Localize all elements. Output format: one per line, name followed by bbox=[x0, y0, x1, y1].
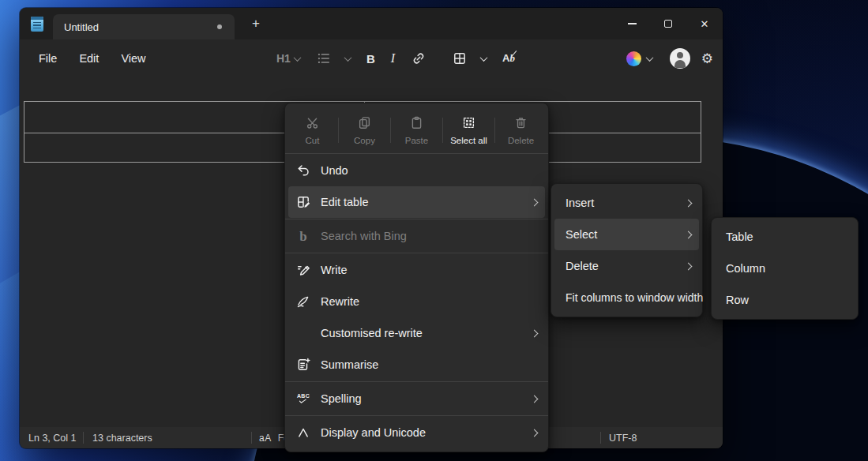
menu-item-summarise[interactable]: Summarise bbox=[288, 349, 545, 380]
minimize-icon bbox=[628, 23, 637, 24]
menu-separator bbox=[285, 153, 548, 154]
account-avatar[interactable] bbox=[670, 48, 690, 69]
chevron-right-icon bbox=[531, 429, 539, 437]
formatting-toolbar: H1 B I bbox=[271, 39, 520, 77]
chevron-down-icon bbox=[293, 54, 301, 62]
menu-edit[interactable]: Edit bbox=[68, 47, 110, 69]
clear-formatting-icon: Ab bbox=[502, 52, 515, 65]
clipboard-bar: Cut Copy Paste Select all Delete bbox=[285, 107, 548, 152]
list-style-dropdown[interactable] bbox=[310, 47, 356, 70]
menu-view[interactable]: View bbox=[110, 47, 156, 69]
delete-button[interactable]: Delete bbox=[495, 111, 547, 150]
edit-table-submenu: Insert Select Delete Fit columns to wind… bbox=[550, 183, 703, 317]
unsaved-indicator-dot bbox=[217, 24, 222, 29]
menu-separator bbox=[285, 253, 548, 253]
paste-button[interactable]: Paste bbox=[391, 111, 442, 150]
select-all-icon bbox=[462, 116, 475, 133]
character-count: 13 characters bbox=[92, 427, 152, 448]
clear-formatting-button[interactable]: Ab bbox=[497, 48, 520, 69]
settings-gear-icon[interactable]: ⚙ bbox=[701, 51, 713, 67]
paste-icon bbox=[410, 116, 423, 133]
bold-button[interactable]: B bbox=[361, 48, 381, 69]
close-button[interactable]: ✕ bbox=[686, 8, 723, 39]
maximize-button[interactable] bbox=[650, 8, 686, 39]
tab-title: Untitled bbox=[64, 21, 99, 33]
insert-table-dropdown[interactable] bbox=[446, 47, 492, 70]
copilot-dropdown[interactable] bbox=[620, 47, 659, 70]
menu-item-write[interactable]: Write bbox=[288, 254, 545, 286]
menu-item-rewrite[interactable]: Rewrite bbox=[288, 286, 545, 317]
chevron-down-icon bbox=[480, 54, 488, 62]
context-menu: Cut Copy Paste Select all Delete Undo Ed… bbox=[284, 103, 549, 452]
menu-bar: File Edit View H1 B I bbox=[20, 39, 723, 77]
menu-item-display-and-unicode[interactable]: Display and Unicode bbox=[288, 417, 545, 448]
submenu-item-fit-columns[interactable]: Fit columns to window width bbox=[554, 282, 699, 313]
chevron-down-icon bbox=[344, 54, 351, 62]
insert-link-button[interactable] bbox=[405, 47, 442, 70]
chevron-right-icon bbox=[531, 395, 539, 403]
menu-item-search-with-bing[interactable]: b Search with Bing bbox=[288, 220, 545, 252]
notepad-app-icon bbox=[31, 17, 43, 32]
chevron-right-icon bbox=[685, 199, 693, 207]
status-separator bbox=[251, 432, 252, 444]
heading-icon: H1 bbox=[276, 52, 291, 65]
menu-separator bbox=[285, 219, 548, 219]
bulleted-list-icon bbox=[316, 51, 332, 66]
font-size-icon: aA bbox=[259, 433, 272, 444]
cursor-position: Ln 3, Col 1 bbox=[28, 427, 76, 448]
spelling-abc-check-icon: ABC bbox=[295, 391, 311, 407]
new-tab-button[interactable]: + bbox=[242, 13, 269, 35]
caret-lambda-icon bbox=[295, 425, 311, 440]
copilot-icon bbox=[626, 51, 641, 66]
rewrite-pen-icon bbox=[295, 294, 311, 309]
chevron-right-icon bbox=[685, 262, 693, 270]
copy-icon bbox=[358, 116, 371, 133]
edit-table-icon bbox=[295, 194, 311, 210]
submenu-item-insert[interactable]: Insert bbox=[554, 187, 699, 219]
bold-icon: B bbox=[366, 52, 375, 66]
tab-strip: Untitled + ✕ bbox=[20, 8, 723, 39]
window-controls: ✕ bbox=[614, 8, 723, 39]
link-icon bbox=[411, 51, 426, 66]
cut-button[interactable]: Cut bbox=[287, 111, 338, 150]
summarise-icon bbox=[295, 357, 311, 373]
menu-separator bbox=[285, 415, 548, 416]
italic-icon: I bbox=[391, 51, 395, 66]
write-pencil-icon bbox=[295, 262, 311, 278]
toolbar-right-group: ⚙ bbox=[620, 39, 713, 77]
bing-icon: b bbox=[295, 228, 311, 244]
select-all-button[interactable]: Select all bbox=[443, 111, 494, 150]
submenu-item-row[interactable]: Row bbox=[715, 284, 855, 316]
submenu-item-select[interactable]: Select bbox=[554, 219, 699, 250]
trash-icon bbox=[514, 116, 528, 133]
chevron-right-icon bbox=[685, 230, 693, 238]
encoding-indicator[interactable]: UTF-8 bbox=[609, 427, 637, 448]
tab-untitled[interactable]: Untitled bbox=[53, 14, 235, 39]
status-separator bbox=[600, 432, 601, 444]
chevron-right-icon bbox=[531, 198, 539, 206]
maximize-icon bbox=[664, 20, 672, 28]
copy-button[interactable]: Copy bbox=[339, 111, 390, 150]
menu-item-edit-table[interactable]: Edit table bbox=[288, 186, 545, 218]
menu-item-customised-rewrite[interactable]: Customised re-write bbox=[288, 317, 545, 349]
menu-file[interactable]: File bbox=[28, 47, 68, 69]
scissors-icon bbox=[306, 116, 319, 133]
submenu-item-table[interactable]: Table bbox=[715, 221, 855, 253]
table-icon bbox=[452, 51, 468, 66]
menu-item-undo[interactable]: Undo bbox=[288, 155, 545, 186]
submenu-item-column[interactable]: Column bbox=[715, 253, 855, 284]
undo-icon bbox=[295, 163, 311, 178]
minimize-button[interactable] bbox=[614, 8, 650, 39]
menu-separator bbox=[285, 381, 548, 382]
status-separator bbox=[83, 432, 84, 444]
chevron-down-icon bbox=[645, 54, 653, 62]
submenu-item-delete[interactable]: Delete bbox=[554, 250, 699, 282]
italic-button[interactable]: I bbox=[385, 47, 400, 69]
heading-style-dropdown[interactable]: H1 bbox=[271, 48, 306, 69]
select-submenu: Table Column Row bbox=[711, 217, 859, 320]
chevron-right-icon bbox=[531, 329, 539, 337]
menu-item-spelling[interactable]: ABC Spelling bbox=[288, 383, 545, 414]
